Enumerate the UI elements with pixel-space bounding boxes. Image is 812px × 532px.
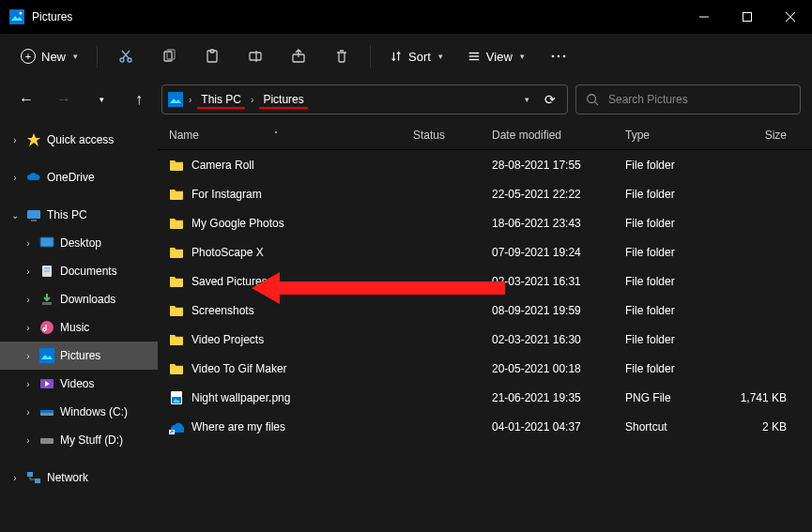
table-row[interactable]: Night wallpaper.png21-06-2021 19:35PNG F… bbox=[158, 383, 812, 412]
svg-rect-44 bbox=[40, 438, 54, 444]
file-type: File folder bbox=[614, 159, 728, 172]
sidebar-item-mystuff-d[interactable]: ›My Stuff (D:) bbox=[0, 426, 158, 454]
up-button[interactable]: ↑ bbox=[124, 84, 154, 114]
sidebar-item-windows-c[interactable]: ›Windows (C:) bbox=[0, 398, 158, 426]
table-row[interactable]: Saved Pictures02-03-2021 16:31File folde… bbox=[158, 266, 812, 296]
pictures-icon bbox=[168, 92, 183, 107]
column-type[interactable]: Type bbox=[614, 120, 728, 149]
file-type: File folder bbox=[614, 304, 728, 317]
file-name: My Google Photos bbox=[192, 217, 284, 230]
column-headers: Name˄ Status Date modified Type Size bbox=[158, 120, 812, 150]
svg-rect-31 bbox=[40, 237, 54, 247]
table-row[interactable]: For Instagram22-05-2021 22:22File folder bbox=[158, 179, 812, 208]
table-row[interactable]: Video Projects02-03-2021 16:30File folde… bbox=[158, 325, 812, 354]
more-button[interactable] bbox=[540, 39, 577, 73]
chevron-right-icon[interactable]: › bbox=[249, 95, 255, 105]
close-button[interactable] bbox=[769, 0, 812, 34]
music-icon bbox=[39, 320, 54, 335]
svg-rect-29 bbox=[27, 210, 40, 219]
sidebar-item-documents[interactable]: ›Documents bbox=[0, 257, 158, 285]
rename-button[interactable] bbox=[237, 39, 274, 73]
search-icon bbox=[586, 93, 599, 106]
svg-point-2 bbox=[20, 12, 23, 15]
sidebar-item-videos[interactable]: ›Videos bbox=[0, 370, 158, 398]
chevron-right-icon: › bbox=[23, 295, 34, 305]
file-type: File folder bbox=[614, 362, 728, 375]
file-size: 1,741 KB bbox=[728, 391, 796, 404]
recent-button[interactable]: ▾ bbox=[86, 84, 116, 114]
star-icon bbox=[26, 132, 41, 147]
sidebar-item-quickaccess[interactable]: ›Quick access bbox=[0, 126, 158, 154]
documents-icon bbox=[39, 264, 54, 279]
table-row[interactable]: PhotoScape X07-09-2021 19:24File folder bbox=[158, 237, 812, 266]
chevron-down-icon: ▾ bbox=[438, 52, 443, 61]
svg-point-23 bbox=[563, 55, 566, 58]
minimize-button[interactable] bbox=[682, 0, 726, 34]
chevron-down-icon[interactable]: ▾ bbox=[519, 91, 535, 108]
sidebar: ›Quick access ›OneDrive ⌄This PC ›Deskto… bbox=[0, 120, 158, 532]
table-row[interactable]: My Google Photos18-06-2021 23:43File fol… bbox=[158, 208, 812, 237]
table-row[interactable]: Screenshots08-09-2021 19:59File folder bbox=[158, 296, 812, 325]
view-icon bbox=[467, 50, 481, 63]
table-row[interactable]: Where are my files04-01-2021 04:37Shortc… bbox=[158, 412, 812, 441]
chevron-right-icon[interactable]: › bbox=[187, 95, 193, 105]
chevron-down-icon: ⌄ bbox=[9, 210, 21, 220]
separator bbox=[97, 45, 98, 68]
column-name[interactable]: Name˄ bbox=[158, 120, 402, 149]
sidebar-item-downloads[interactable]: ›Downloads bbox=[0, 285, 158, 313]
maximize-button[interactable] bbox=[726, 0, 769, 34]
svg-rect-24 bbox=[168, 92, 183, 107]
chevron-right-icon: › bbox=[9, 473, 21, 483]
sort-indicator-icon: ˄ bbox=[274, 130, 278, 139]
search-input[interactable] bbox=[608, 93, 790, 106]
table-row[interactable]: Camera Roll28-08-2021 17:55File folder bbox=[158, 150, 812, 179]
sidebar-item-music[interactable]: ›Music bbox=[0, 313, 158, 342]
downloads-icon bbox=[39, 292, 54, 307]
content-area: Name˄ Status Date modified Type Size Cam… bbox=[158, 120, 812, 532]
view-button[interactable]: View ▾ bbox=[458, 39, 534, 73]
table-row[interactable]: Video To Gif Maker20-05-2021 00:18File f… bbox=[158, 354, 812, 383]
new-label: New bbox=[41, 50, 66, 64]
breadcrumb[interactable]: This PC bbox=[197, 91, 245, 109]
forward-button[interactable]: → bbox=[49, 84, 79, 114]
chevron-right-icon: › bbox=[23, 238, 34, 249]
file-date: 04-01-2021 04:37 bbox=[481, 420, 614, 433]
sidebar-item-pictures[interactable]: ›Pictures bbox=[0, 342, 158, 370]
app-icon bbox=[9, 9, 24, 24]
file-name: Where are my files bbox=[192, 420, 285, 433]
cut-button[interactable] bbox=[107, 39, 145, 73]
back-button[interactable]: ← bbox=[11, 84, 41, 114]
svg-point-8 bbox=[128, 58, 131, 62]
sidebar-item-thispc[interactable]: ⌄This PC bbox=[0, 201, 158, 229]
shortcut-icon bbox=[169, 419, 184, 434]
svg-point-26 bbox=[588, 95, 596, 103]
separator bbox=[370, 45, 371, 68]
share-button[interactable] bbox=[280, 39, 317, 73]
svg-rect-43 bbox=[40, 410, 54, 413]
chevron-right-icon: › bbox=[23, 435, 34, 446]
address-bar[interactable]: › This PC › Pictures ▾ ⟳ bbox=[161, 84, 568, 114]
delete-button[interactable] bbox=[323, 39, 360, 73]
plus-icon: + bbox=[21, 49, 36, 64]
paste-button[interactable] bbox=[193, 39, 231, 73]
sort-icon bbox=[390, 50, 403, 63]
copy-button[interactable] bbox=[150, 39, 188, 73]
file-date: 08-09-2021 19:59 bbox=[481, 304, 614, 317]
svg-rect-36 bbox=[42, 302, 52, 305]
sidebar-item-onedrive[interactable]: ›OneDrive bbox=[0, 163, 158, 191]
breadcrumb[interactable]: Pictures bbox=[259, 91, 307, 109]
column-status[interactable]: Status bbox=[402, 120, 481, 149]
sidebar-item-desktop[interactable]: ›Desktop bbox=[0, 229, 158, 257]
navbar: ← → ▾ ↑ › This PC › Pictures ▾ ⟳ bbox=[0, 79, 812, 120]
new-button[interactable]: + New ▾ bbox=[11, 39, 87, 73]
sort-button[interactable]: Sort ▾ bbox=[380, 39, 452, 73]
column-size[interactable]: Size bbox=[728, 120, 796, 149]
search-box[interactable] bbox=[575, 84, 801, 114]
refresh-button[interactable]: ⟳ bbox=[539, 88, 561, 111]
desktop-icon bbox=[39, 236, 54, 251]
column-date[interactable]: Date modified bbox=[481, 120, 614, 149]
sidebar-item-network[interactable]: ›Network bbox=[0, 464, 158, 492]
chevron-right-icon: › bbox=[23, 379, 34, 389]
folder-icon bbox=[169, 274, 184, 289]
toolbar: + New ▾ Sort ▾ View ▾ bbox=[0, 34, 812, 79]
